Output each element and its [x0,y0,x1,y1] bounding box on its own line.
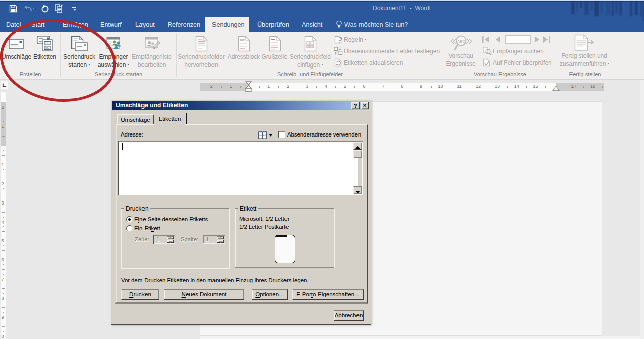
svg-text:ABC: ABC [457,39,466,44]
